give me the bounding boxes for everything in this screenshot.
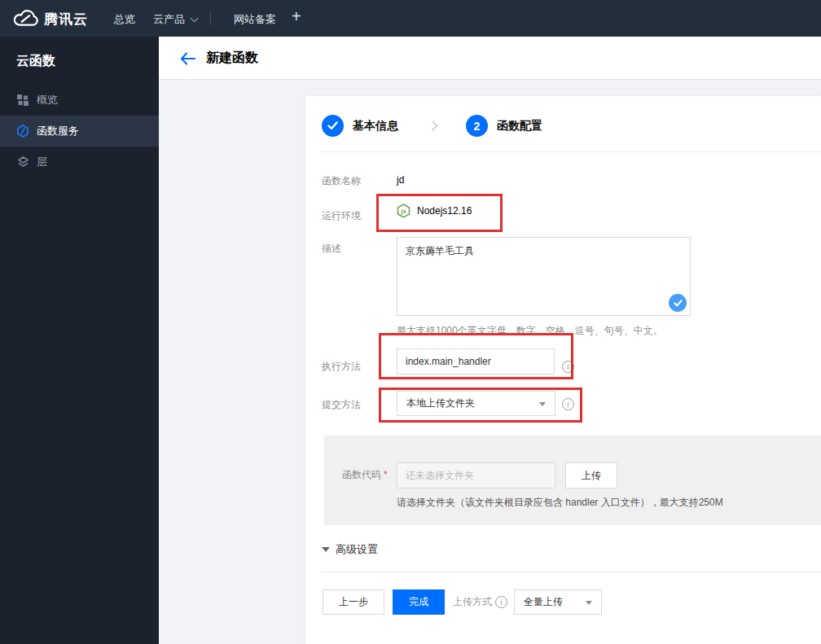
step1-done-circle: [322, 115, 344, 137]
description-label: 描述: [322, 242, 341, 256]
finish-button[interactable]: 完成: [393, 589, 445, 615]
function-code-label: 函数代码*: [342, 468, 388, 482]
upload-mode-label: 上传方式: [453, 595, 492, 609]
function-hexagon-icon: [16, 125, 29, 138]
sidebar-item-overview[interactable]: 概览: [0, 85, 159, 116]
layers-icon: [16, 156, 29, 169]
advanced-settings-toggle[interactable]: 高级设置: [322, 542, 378, 557]
divider: [322, 151, 821, 152]
function-code-hint: 请选择文件夹（该文件夹根目录应包含 handler 入口文件），最大支持250M: [397, 496, 723, 510]
new-function-card: 基本信息 2 函数配置 函数名称 jd 运行环境 js Nodejs12.16 …: [305, 96, 821, 644]
step2-label: 函数配置: [497, 119, 542, 134]
nav-divider: [210, 11, 211, 25]
divider: [322, 572, 821, 572]
previous-step-button[interactable]: 上一步: [323, 589, 384, 615]
function-name-label: 函数名称: [322, 174, 361, 188]
grid-icon: [16, 94, 29, 107]
page-title: 新建函数: [206, 50, 258, 67]
sidebar: 云函数 概览 函数服务 层: [0, 37, 159, 644]
add-tab-button[interactable]: +: [292, 7, 301, 26]
step-chevron-icon: [428, 120, 438, 131]
nav-item-icp-filing[interactable]: 网站备案: [234, 12, 276, 27]
tencent-cloud-logo-icon: [11, 8, 39, 28]
valid-check-bubble: [669, 294, 687, 312]
handler-label: 执行方法: [322, 360, 361, 374]
sidebar-item-function-service[interactable]: 函数服务: [0, 116, 159, 147]
caret-down-icon: [539, 402, 546, 406]
required-asterisk: *: [384, 469, 388, 480]
submit-method-selected-value: 本地上传文件夹: [406, 396, 475, 410]
handler-input[interactable]: [397, 348, 555, 375]
caret-down-icon: [586, 601, 592, 605]
sidebar-item-label: 概览: [37, 93, 58, 107]
sidebar-item-layers[interactable]: 层: [0, 147, 159, 177]
submit-method-label: 提交方法: [322, 398, 361, 412]
nodejs-icon: js: [397, 204, 410, 218]
folder-path-input[interactable]: [397, 462, 555, 488]
submit-method-select[interactable]: 本地上传文件夹: [397, 391, 555, 416]
runtime-value: js Nodejs12.16: [397, 204, 472, 218]
triangle-down-icon: [322, 547, 330, 552]
upload-mode-info-icon[interactable]: i: [495, 596, 507, 608]
back-button[interactable]: [177, 48, 198, 69]
function-name-value: jd: [397, 174, 404, 186]
chevron-down-icon: [191, 14, 199, 22]
upload-button[interactable]: 上传: [565, 462, 617, 488]
content-header: 新建函数: [159, 37, 821, 80]
sidebar-title: 云函数: [16, 53, 55, 70]
runtime-name: Nodejs12.16: [417, 205, 472, 217]
back-arrow-icon: [180, 52, 195, 65]
svg-text:js: js: [400, 208, 406, 215]
advanced-settings-label: 高级设置: [336, 542, 378, 557]
sidebar-item-label: 函数服务: [37, 124, 79, 138]
handler-info-icon[interactable]: i: [562, 361, 574, 373]
upload-mode-selected-value: 全量上传: [524, 595, 563, 609]
description-textarea[interactable]: 京东薅羊毛工具: [397, 237, 691, 316]
app-window: 腾讯云 总览 云产品 网站备案 + 云函数 概览 函数服务 层: [0, 0, 821, 644]
runtime-label: 运行环境: [322, 209, 361, 223]
submit-method-info-icon[interactable]: i: [562, 398, 574, 410]
check-icon: [674, 300, 683, 307]
nav-item-overview[interactable]: 总览: [114, 12, 135, 27]
upload-mode-select[interactable]: 全量上传: [514, 589, 602, 615]
function-code-section: 函数代码* 上传 请选择文件夹（该文件夹根目录应包含 handler 入口文件）…: [324, 436, 821, 525]
brand-name[interactable]: 腾讯云: [44, 10, 88, 28]
upload-mode: 上传方式 i: [453, 589, 507, 615]
step2-number-circle: 2: [466, 115, 488, 137]
step1-label: 基本信息: [353, 119, 398, 134]
nav-item-cloud-products[interactable]: 云产品: [153, 12, 195, 27]
sidebar-item-label: 层: [37, 155, 47, 169]
check-icon: [327, 121, 338, 130]
description-hint: 最大支持1000个英文字母、数字、空格、逗号、句号、中文。: [397, 324, 663, 338]
top-navbar: 腾讯云 总览 云产品 网站备案 +: [0, 0, 821, 37]
step-indicator: 基本信息 2 函数配置: [322, 115, 542, 137]
